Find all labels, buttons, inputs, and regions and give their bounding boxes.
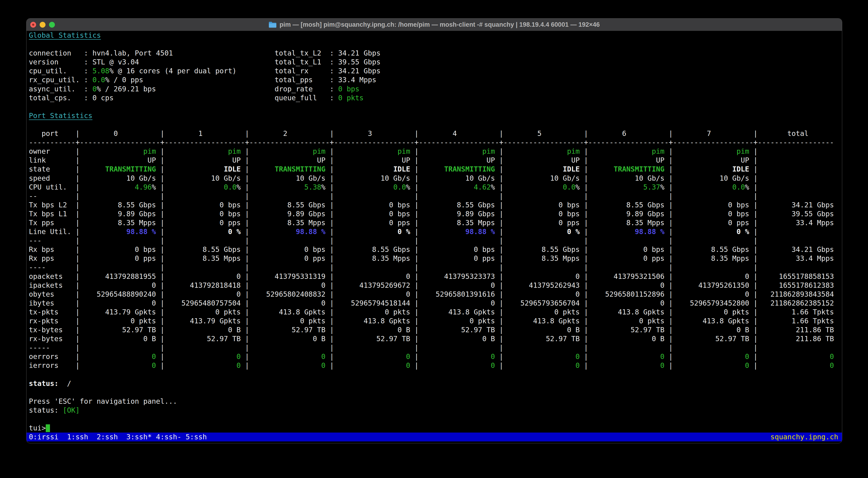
- cell-pipe: |: [410, 165, 419, 173]
- cell-pad: [673, 281, 698, 289]
- value-segment: 10 Gb/s: [211, 174, 241, 182]
- value-segment: 0 pps: [135, 254, 156, 263]
- cell-pad: [673, 228, 737, 236]
- value-segment: 0: [152, 361, 156, 370]
- window-title: pim — [mosh] pim@squanchy.ipng.ch: /home…: [269, 21, 600, 28]
- value-segment: TRANSMITTING: [275, 165, 326, 173]
- cell-pipe: |: [241, 201, 249, 209]
- cell-pipe: |: [749, 335, 758, 343]
- value-segment: 413.8 Gpkts: [533, 317, 580, 325]
- cell-pipe: |: [749, 343, 758, 352]
- cell-pipe: |: [749, 201, 758, 209]
- cell-pad: [673, 192, 749, 200]
- cell-pad: [673, 236, 749, 245]
- cell-pipe: |: [241, 174, 249, 182]
- cell-pipe: |: [664, 165, 673, 173]
- value-segment: 413795269672: [360, 281, 410, 289]
- cell-pipe: |: [749, 228, 758, 236]
- cell-pipe: |: [580, 201, 588, 209]
- table-row: Tx pps | 8.35 Mpps | 0 pps | 8.35 Mpps |…: [27, 218, 842, 227]
- cell-pipe: |: [410, 343, 419, 352]
- cell-pad: [834, 317, 838, 325]
- value-segment: 0: [576, 352, 580, 361]
- cell-pipe: |: [241, 326, 249, 334]
- cell-pipe: |: [156, 290, 164, 298]
- value-segment: 8.35 Mpps: [626, 218, 664, 227]
- global-stat-row: version : STL @ v3.04 total_tx_L1 : 39.5…: [27, 58, 842, 67]
- zoom-button[interactable]: [49, 22, 55, 28]
- value-segment: 0: [660, 361, 664, 370]
- cell-pad: [588, 308, 618, 316]
- cell-pipe: |: [241, 299, 249, 307]
- value-segment: 8.55 Gbps: [372, 245, 410, 253]
- row-label: Line Util. |: [29, 228, 80, 236]
- value-segment: 0 pkts: [470, 317, 495, 325]
- value-segment: 211862862385152: [770, 299, 834, 307]
- column-header: 4 |: [419, 129, 503, 138]
- cell-pad: [164, 236, 241, 245]
- cell-pipe: |: [156, 263, 164, 271]
- value-segment: 8.55 Gbps: [542, 245, 580, 253]
- value-segment: 8.35 Mpps: [118, 218, 156, 227]
- statusbar-row: 0:irssi 1:ssh 2:ssh 3:ssh* 4:ssh- 5:sshs…: [27, 433, 842, 441]
- cell-pipe: |: [156, 236, 164, 245]
- value-segment: 39.55 Gbps: [338, 58, 381, 66]
- cell-pad: [419, 174, 465, 182]
- cell-pipe: |: [156, 156, 164, 164]
- cell-pad: [758, 335, 796, 343]
- row-label: speed |: [29, 174, 80, 182]
- cell-pad: [80, 263, 156, 271]
- cell-pad: [80, 361, 152, 370]
- cell-pad: [503, 308, 554, 316]
- value-segment: 0 pkts: [131, 317, 156, 325]
- cell-pad: [503, 317, 533, 325]
- value-segment: 5.08: [92, 67, 109, 75]
- cell-pad: [419, 254, 474, 263]
- cell-pipe: |: [664, 192, 673, 200]
- value-segment: %: [321, 183, 326, 191]
- row-label: tx-bytes |: [29, 326, 80, 334]
- cell-pipe: |: [495, 201, 503, 209]
- value-segment: 52965793452800: [690, 299, 749, 307]
- close-button[interactable]: [30, 22, 36, 28]
- cell-pad: [419, 210, 457, 218]
- cell-pad: [673, 156, 741, 164]
- cell-pad: [249, 192, 326, 200]
- cell-pipe: |: [410, 147, 419, 156]
- cell-pipe: |: [580, 299, 588, 307]
- value-segment: 0: [660, 352, 664, 361]
- value-segment: % @ 16 cores (4 per dual port): [109, 67, 237, 75]
- cell-pad: [834, 272, 838, 280]
- value-segment: 0 pkts: [215, 308, 241, 316]
- cell-pipe: |: [326, 218, 334, 227]
- text-cursor[interactable]: [46, 424, 50, 432]
- cell-pad: [80, 156, 148, 164]
- cell-pad: [419, 290, 436, 298]
- prompt-row[interactable]: tui>: [27, 424, 842, 433]
- value-segment: Press 'ESC' for navigation panel...: [29, 397, 177, 405]
- titlebar[interactable]: pim — [mosh] pim@squanchy.ipng.ch: /home…: [27, 19, 842, 31]
- value-segment: TRANSMITTING: [105, 165, 156, 173]
- cell-pipe: |: [410, 192, 419, 200]
- value-segment: 0 bps: [559, 210, 580, 218]
- terminal-content[interactable]: Global Statisticsconnection : hvn4.lab, …: [27, 31, 842, 443]
- cell-pipe: |: [580, 147, 588, 156]
- cell-pipe: |: [495, 228, 503, 236]
- cell-pipe: |: [749, 263, 758, 271]
- cell-pad: [673, 174, 720, 182]
- cell-pipe: |: [580, 183, 588, 191]
- value-segment: 0: [92, 85, 97, 93]
- row-label: Tx bps L1 |: [29, 210, 80, 218]
- cell-pad: [334, 272, 406, 280]
- cell-pad: [334, 228, 398, 236]
- cell-pipe: |: [326, 352, 334, 361]
- value-segment: 0: [576, 361, 580, 370]
- value-segment: 0: [237, 361, 241, 370]
- cell-pad: [419, 228, 465, 236]
- value-segment: 98.88 %: [126, 228, 156, 236]
- cell-pad: [588, 210, 626, 218]
- minimize-button[interactable]: [40, 22, 45, 28]
- cell-pad: [503, 290, 576, 298]
- cell-pipe: |: [241, 335, 249, 343]
- port-statistics-heading: Port Statistics: [29, 111, 92, 120]
